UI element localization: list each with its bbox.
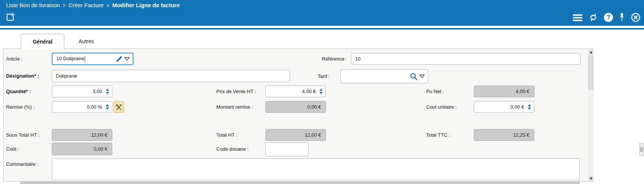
tab-general[interactable]: Général — [21, 34, 64, 49]
chevron-down-icon[interactable] — [419, 73, 425, 79]
pu-net-field: 4,00 € — [474, 86, 534, 97]
breadcrumb-item[interactable]: Liste Bon de livraison — [6, 2, 60, 8]
tarif-label: Tarif : — [318, 70, 330, 82]
cout-value: 0,00 € — [52, 146, 112, 152]
prix-vente-ht-label: Prix de Vente HT : — [216, 86, 256, 97]
header-bar: Liste Bon de livraison>Créer Facture>Mod… — [0, 0, 644, 26]
refresh-icon[interactable] — [588, 13, 598, 22]
next-section-edge — [20, 181, 580, 184]
total-ttc-value: 12,25 € — [474, 132, 534, 138]
designation-field[interactable]: Doliprane — [52, 70, 290, 82]
spin-up-button[interactable] — [106, 89, 109, 91]
scrollbar-thumb[interactable] — [588, 56, 593, 90]
spin-up-button[interactable] — [320, 89, 323, 91]
tab-autres[interactable]: Autres — [64, 34, 109, 49]
total-ttc-label: Total TTC : — [426, 129, 450, 141]
breadcrumb-item[interactable]: Créer Facture — [68, 2, 104, 8]
cout-label: Coût : — [6, 143, 19, 155]
spin-up-button[interactable] — [528, 104, 531, 106]
reference-value: 10 — [351, 56, 580, 62]
pin-icon[interactable] — [619, 13, 625, 22]
breadcrumb-item-current: Modifier Ligne de facture — [112, 2, 180, 8]
breadcrumb-separator: > — [106, 2, 110, 8]
remise-label: Remise (%) : — [6, 101, 34, 113]
total-ht-label: Total HT : — [216, 129, 237, 141]
spin-down-button[interactable] — [528, 108, 531, 110]
panel-scrollbar[interactable] — [588, 49, 594, 181]
reference-label: Référence : — [322, 53, 347, 65]
code-douane-field[interactable] — [265, 142, 309, 156]
tools-icon — [115, 103, 123, 111]
search-icon[interactable] — [410, 72, 418, 81]
designation-value: Doliprane — [52, 73, 290, 79]
scroll-up-button[interactable] — [588, 49, 594, 55]
article-field[interactable]: 10 Doliprane — [52, 53, 133, 65]
montant-remise-label: Montant remise : — [216, 101, 253, 113]
pu-net-label: Pu Net : — [426, 86, 444, 97]
quantite-label: Quantité* : — [6, 86, 31, 97]
cout-unitaire-field[interactable]: 0,00 € — [474, 101, 534, 113]
cout-unitaire-label: Cout unitaire : — [426, 101, 457, 113]
remise-field[interactable]: 0,00 % — [52, 101, 112, 113]
spin-up-button[interactable] — [106, 104, 109, 106]
designation-label: Désignation* : — [6, 70, 39, 82]
sous-total-ht-field: 12,00 € — [52, 129, 112, 141]
chevron-down-icon[interactable] — [124, 56, 130, 62]
new-window-icon[interactable] — [5, 12, 16, 22]
spin-down-button[interactable] — [106, 108, 109, 110]
remise-value: 0,00 % — [52, 104, 112, 110]
help-icon[interactable]: ? — [604, 13, 613, 22]
remise-settings-button[interactable] — [113, 101, 124, 113]
total-ht-value: 12,00 € — [266, 132, 326, 138]
window-scrollbar-thumb[interactable] — [639, 143, 644, 156]
pu-net-value: 4,00 € — [474, 89, 534, 94]
montant-remise-field: 0,00 € — [265, 101, 326, 113]
total-ht-field: 12,00 € — [265, 129, 326, 141]
close-icon[interactable] — [631, 12, 641, 22]
spin-down-button[interactable] — [320, 92, 323, 94]
sous-total-ht-value: 12,00 € — [52, 132, 112, 138]
sous-total-ht-label: Sous Total HT : — [6, 129, 39, 141]
edit-pencil-icon[interactable] — [115, 55, 123, 63]
montant-remise-value: 0,00 € — [266, 104, 326, 110]
text-caret — [85, 56, 85, 62]
commentaire-field[interactable] — [52, 158, 580, 180]
prix-vente-ht-value: 4,00 € — [266, 89, 326, 94]
breadcrumb: Liste Bon de livraison>Créer Facture>Mod… — [6, 2, 180, 8]
total-ttc-field: 12,25 € — [474, 129, 534, 141]
reference-field[interactable]: 10 — [351, 53, 581, 65]
article-value: 10 Doliprane — [56, 56, 84, 61]
spin-down-button[interactable] — [106, 92, 109, 94]
commentaire-label: Commentaire : — [6, 158, 38, 170]
arrow-up-icon — [590, 51, 593, 53]
cout-field: 0,00 € — [52, 143, 112, 155]
article-label: Article : — [6, 53, 22, 65]
scroll-down-button[interactable] — [588, 176, 594, 181]
tarif-field[interactable] — [340, 69, 428, 83]
header-accent-line — [0, 28, 644, 30]
breadcrumb-separator: > — [63, 2, 66, 8]
menu-icon[interactable] — [573, 13, 583, 22]
quantite-value: 3,00 — [52, 89, 112, 94]
cout-unitaire-value: 0,00 € — [474, 104, 534, 110]
prix-vente-ht-field[interactable]: 4,00 € — [265, 86, 326, 97]
arrow-down-icon — [590, 178, 593, 180]
quantite-field[interactable]: 3,00 — [52, 86, 112, 97]
code-douane-label: Code douane : — [216, 143, 248, 155]
